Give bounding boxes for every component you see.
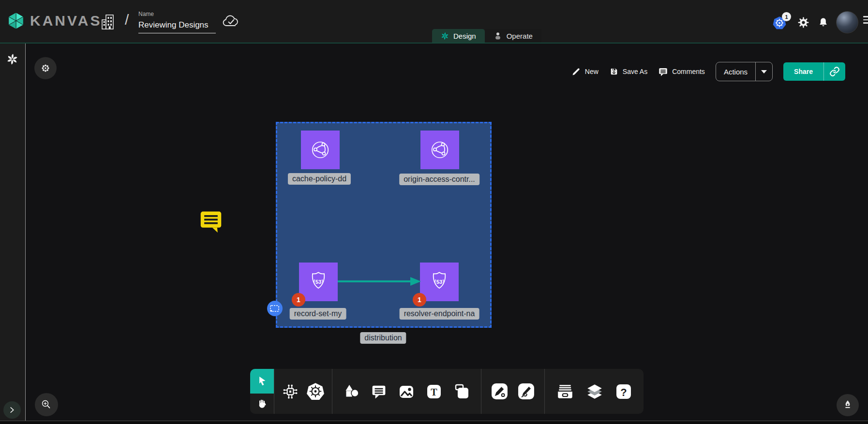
error-count-badge[interactable]: 1	[413, 293, 426, 307]
signature-pen-button[interactable]	[837, 394, 859, 416]
actions-dropdown-toggle[interactable]	[756, 62, 772, 81]
pen-nib-icon	[841, 398, 854, 412]
error-count-badge[interactable]: 1	[292, 293, 305, 307]
operate-person-icon	[494, 31, 502, 40]
node-label[interactable]: record-set-my	[290, 308, 346, 320]
pencil-scribble-icon	[517, 382, 535, 400]
archive-drawer-button[interactable]	[556, 382, 574, 401]
dock-group-components	[274, 369, 332, 414]
group-selection-handle[interactable]	[267, 301, 283, 316]
breadcrumb-separator: /	[125, 12, 129, 28]
cloudfront-globe-icon	[427, 137, 452, 162]
actions-label: Actions	[716, 68, 755, 76]
design-name-input[interactable]	[138, 19, 216, 33]
meshery-swirl-icon[interactable]	[6, 53, 18, 65]
tool-dock: T	[250, 369, 644, 414]
node-cache-policy[interactable]	[301, 131, 340, 169]
shapes-icon	[343, 383, 360, 400]
design-name-block: Name	[138, 11, 216, 33]
svg-text:53: 53	[315, 279, 322, 285]
tab-design[interactable]: Design	[432, 29, 485, 43]
tab-design-label: Design	[453, 32, 476, 40]
shapes-tool-button[interactable]	[343, 383, 360, 400]
canvas-menu-button[interactable]	[34, 57, 57, 79]
brand-logo[interactable]: KANVAS	[7, 12, 102, 30]
dock-group-annotations: T	[332, 369, 481, 414]
pan-tool-button[interactable]	[250, 394, 274, 414]
kanvas-app: KANVAS / Name	[0, 0, 868, 424]
image-tool-button[interactable]	[398, 383, 415, 400]
node-label[interactable]: cache-policy-dd	[288, 173, 351, 185]
pencil-icon	[571, 67, 581, 76]
chevron-right-icon	[7, 405, 17, 415]
save-as-button[interactable]: Save As	[609, 67, 647, 76]
brand-name: KANVAS	[30, 13, 102, 29]
magnifier-plus-icon	[39, 397, 54, 412]
new-label: New	[585, 68, 599, 75]
tab-operate-label: Operate	[507, 32, 533, 40]
pen-path-icon	[491, 382, 509, 400]
organization-icon[interactable]	[100, 13, 117, 31]
node-label[interactable]: resolver-endpoint-na	[400, 308, 479, 320]
group-label[interactable]: distribution	[360, 332, 406, 344]
settings-gear-icon[interactable]	[797, 16, 809, 29]
components-tool-button[interactable]	[281, 382, 299, 401]
pointer-tools	[250, 369, 274, 414]
comment-tool-button[interactable]	[371, 383, 387, 400]
actions-split-button[interactable]: Actions	[716, 62, 773, 81]
design-swirl-icon	[441, 32, 449, 40]
menu-hamburger-icon[interactable]	[863, 16, 868, 24]
link-icon	[829, 66, 840, 77]
canvas-action-bar: New Save As Comments Actions	[571, 62, 845, 81]
chevron-down-icon	[761, 70, 767, 73]
select-tool-button[interactable]	[250, 369, 274, 394]
help-button[interactable]: ?	[615, 383, 632, 400]
user-avatar[interactable]	[836, 11, 858, 33]
kanvas-logo-icon	[7, 12, 25, 30]
node-label[interactable]: origin-access-contr...	[399, 174, 479, 185]
app-header: KANVAS / Name	[0, 0, 868, 43]
drawer-icon	[556, 382, 574, 401]
comments-label: Comments	[672, 68, 705, 75]
node-record-set[interactable]: 53	[299, 263, 338, 301]
cursor-arrow-icon	[256, 375, 269, 388]
zoom-in-button[interactable]	[35, 393, 58, 416]
layers-button[interactable]	[585, 382, 604, 401]
save-floppy-icon	[609, 67, 619, 76]
svg-text:T: T	[431, 387, 437, 397]
tab-operate[interactable]: Operate	[485, 29, 541, 43]
design-name-label: Name	[138, 11, 216, 17]
dock-group-drawing	[481, 369, 544, 414]
flower-asterisk-icon	[39, 62, 52, 74]
cloudfront-globe-icon	[308, 137, 333, 162]
comment-marker-icon[interactable]	[199, 208, 223, 234]
bottom-edge-bar	[0, 421, 868, 424]
share-label: Share	[783, 68, 823, 75]
comment-bubble-icon	[371, 383, 387, 400]
comments-button[interactable]: Comments	[658, 67, 705, 77]
pen-path-tool-button[interactable]	[491, 382, 509, 400]
new-button[interactable]: New	[571, 67, 599, 76]
save-as-label: Save As	[623, 68, 647, 75]
comments-icon	[658, 67, 668, 77]
notifications-bell-icon[interactable]	[818, 16, 829, 29]
image-icon	[398, 383, 415, 400]
frame-panel-icon	[453, 383, 471, 400]
svg-text:?: ?	[620, 386, 627, 398]
text-icon: T	[425, 383, 443, 400]
sidebar-expand-button[interactable]	[3, 401, 21, 419]
edge-arrow[interactable]	[338, 276, 423, 287]
node-resolver-endpoint[interactable]: 53	[420, 263, 459, 301]
copy-link-button[interactable]	[824, 62, 845, 81]
svg-text:53: 53	[436, 279, 443, 285]
left-sidebar	[0, 44, 26, 424]
kubernetes-context-button[interactable]: 1	[772, 15, 793, 33]
mode-tabs: Design Operate	[432, 29, 541, 43]
chip-circuit-icon	[281, 382, 299, 401]
node-origin-access-control[interactable]	[420, 131, 459, 169]
text-tool-button[interactable]: T	[425, 383, 443, 400]
kubernetes-tool-button[interactable]	[306, 382, 325, 401]
freehand-draw-tool-button[interactable]	[517, 382, 535, 400]
panel-tool-button[interactable]	[453, 383, 471, 400]
share-split-button[interactable]: Share	[783, 62, 845, 81]
